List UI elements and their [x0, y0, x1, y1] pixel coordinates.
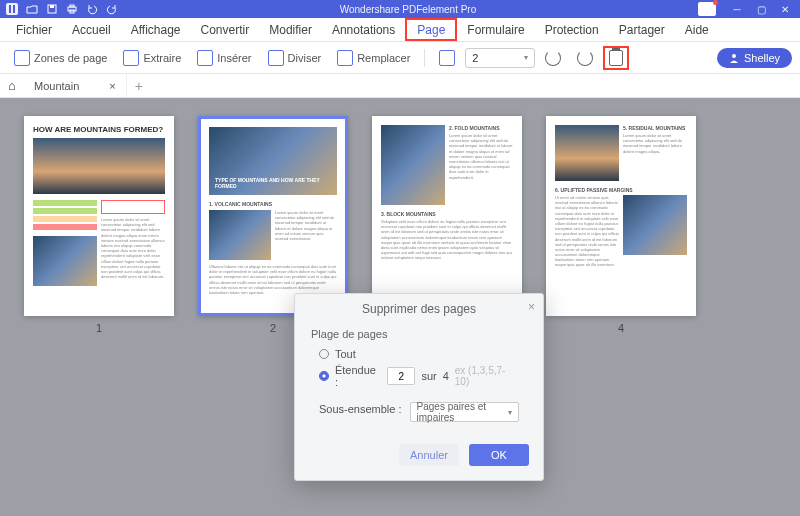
insert-label: Insérer	[217, 52, 251, 64]
rotate-left-button[interactable]	[539, 47, 567, 69]
page-thumbnails-workspace: HOW ARE MOUNTAINS FORMED? Lorem ipsum do…	[0, 98, 800, 516]
replace-label: Remplacer	[357, 52, 410, 64]
thumb3-h1: 2. FOLD MOUNTAINS	[449, 125, 513, 131]
split-icon	[268, 50, 284, 66]
menu-protection[interactable]: Protection	[535, 18, 609, 41]
thumb2-text-2: Ullamco laboris nisi ut aliquip ex ea co…	[209, 264, 337, 295]
menu-formulaire[interactable]: Formulaire	[457, 18, 534, 41]
thumb1-image	[33, 138, 165, 194]
thumb3-text-2: Voluptate velit esse cillum dolore eu fu…	[381, 219, 513, 261]
replace-icon	[337, 50, 353, 66]
radio-range-row[interactable]: Étendue : sur 4 ex (1,3,5,7-10)	[311, 362, 527, 390]
undo-icon[interactable]	[86, 3, 98, 15]
close-window-button[interactable]: ✕	[774, 1, 796, 17]
thumb2-text: Lorem ipsum dolor sit amet consectetur a…	[275, 210, 337, 260]
thumb1-image-2	[33, 236, 97, 286]
radio-range[interactable]	[319, 371, 329, 381]
menu-annotations[interactable]: Annotations	[322, 18, 405, 41]
page-rect-button[interactable]	[433, 47, 461, 69]
thumb4-text: Lorem ipsum dolor sit amet consectetur a…	[623, 133, 687, 154]
redo-icon[interactable]	[106, 3, 118, 15]
page-rect-icon	[439, 50, 455, 66]
range-hint: ex (1,3,5,7-10)	[455, 365, 519, 387]
dialog-title: Supprimer des pages ×	[295, 294, 543, 322]
menu-convertir[interactable]: Convertir	[191, 18, 260, 41]
svg-point-8	[732, 54, 736, 58]
page-thumb-4-wrap: 5. RESIDUAL MOUNTAINS Lorem ipsum dolor …	[546, 116, 696, 334]
thumb1-title: HOW ARE MOUNTAINS FORMED?	[33, 125, 165, 134]
of-label: sur	[421, 370, 436, 382]
thumb4-text-2: Ut enim ad minim veniam quis nostrud exe…	[555, 195, 619, 268]
page-thumb-4[interactable]: 5. RESIDUAL MOUNTAINS Lorem ipsum dolor …	[546, 116, 696, 316]
radio-all-row[interactable]: Tout	[311, 346, 527, 362]
close-tab-icon[interactable]: ×	[109, 80, 115, 92]
separator	[424, 49, 425, 67]
add-tab-button[interactable]: +	[127, 78, 151, 94]
chevron-down-icon: ▾	[508, 408, 512, 417]
menu-accueil[interactable]: Accueil	[62, 18, 121, 41]
page-label-1: 1	[96, 322, 102, 334]
page-thumb-3[interactable]: 2. FOLD MOUNTAINS Lorem ipsum dolor sit …	[372, 116, 522, 316]
svg-rect-1	[9, 5, 11, 13]
thumb2-image: TYPE OF MOUNTAINS AND HOW ARE THEY FORME…	[209, 127, 337, 195]
extract-label: Extraire	[143, 52, 181, 64]
extract-button[interactable]: Extraire	[117, 47, 187, 69]
radio-all[interactable]	[319, 349, 329, 359]
print-icon[interactable]	[66, 3, 78, 15]
replace-button[interactable]: Remplacer	[331, 47, 416, 69]
menu-aide[interactable]: Aide	[675, 18, 719, 41]
home-tab[interactable]: ⌂	[0, 78, 24, 93]
thumb2-image-2	[209, 210, 271, 260]
insert-icon	[197, 50, 213, 66]
menu-partager[interactable]: Partager	[609, 18, 675, 41]
subset-value: Pages paires et impaires	[417, 401, 508, 423]
document-tab-title: Mountain	[34, 80, 79, 92]
window-title: Wondershare PDFelement Pro	[118, 4, 698, 15]
mail-icon[interactable]	[698, 2, 716, 16]
save-icon[interactable]	[46, 3, 58, 15]
thumb3-h2: 3. BLOCK MOUNTAINS	[381, 211, 513, 217]
range-input[interactable]	[387, 367, 415, 385]
thumb4-image	[555, 125, 619, 181]
zones-button[interactable]: Zones de page	[8, 47, 113, 69]
ok-button[interactable]: OK	[469, 444, 529, 466]
zones-icon	[14, 50, 30, 66]
menu-page[interactable]: Page	[405, 18, 457, 41]
page-number-select[interactable]: 2▾	[465, 48, 535, 68]
radio-all-label: Tout	[335, 348, 356, 360]
split-button[interactable]: Diviser	[262, 47, 328, 69]
document-tab[interactable]: Mountain ×	[24, 75, 127, 97]
titlebar: Wondershare PDFelement Pro ─ ▢ ✕	[0, 0, 800, 18]
subset-label: Sous-ensemble :	[319, 403, 402, 415]
subset-row: Sous-ensemble : Pages paires et impaires…	[311, 394, 527, 424]
dialog-close-button[interactable]: ×	[528, 300, 535, 314]
page-toolbar: Zones de page Extraire Insérer Diviser R…	[0, 42, 800, 74]
thumb4-image-2	[623, 195, 687, 255]
cancel-button[interactable]: Annuler	[399, 444, 459, 466]
page-thumb-2[interactable]: TYPE OF MOUNTAINS AND HOW ARE THEY FORME…	[198, 116, 348, 316]
delete-highlight	[603, 46, 629, 70]
app-logo-icon	[6, 3, 18, 15]
delete-page-button[interactable]	[609, 50, 623, 66]
maximize-button[interactable]: ▢	[750, 1, 772, 17]
thumb3-image	[381, 125, 445, 205]
svg-rect-4	[50, 5, 54, 8]
minimize-button[interactable]: ─	[726, 1, 748, 17]
menu-modifier[interactable]: Modifier	[259, 18, 322, 41]
page-thumb-1[interactable]: HOW ARE MOUNTAINS FORMED? Lorem ipsum do…	[24, 116, 174, 316]
open-icon[interactable]	[26, 3, 38, 15]
menu-fichier[interactable]: Fichier	[6, 18, 62, 41]
rotate-right-button[interactable]	[571, 47, 599, 69]
chevron-down-icon: ▾	[524, 53, 528, 62]
menu-affichage[interactable]: Affichage	[121, 18, 191, 41]
svg-rect-2	[13, 5, 15, 13]
subset-select[interactable]: Pages paires et impaires ▾	[410, 402, 519, 422]
svg-rect-6	[70, 5, 74, 7]
rotate-right-icon	[577, 50, 593, 66]
thumb4-h1: 5. RESIDUAL MOUNTAINS	[623, 125, 687, 131]
user-pill[interactable]: Shelley	[717, 48, 792, 68]
radio-range-label: Étendue :	[335, 364, 381, 388]
rotate-left-icon	[545, 50, 561, 66]
insert-button[interactable]: Insérer	[191, 47, 257, 69]
document-tabbar: ⌂ Mountain × +	[0, 74, 800, 98]
